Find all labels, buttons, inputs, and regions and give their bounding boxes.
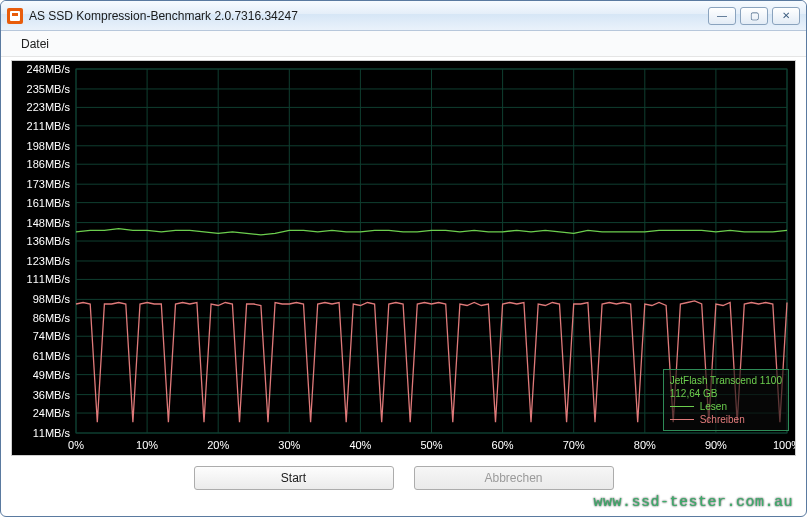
svg-text:20%: 20% (207, 439, 229, 451)
svg-text:111MB/s: 111MB/s (27, 273, 71, 285)
svg-text:10%: 10% (136, 439, 158, 451)
svg-text:100%: 100% (773, 439, 795, 451)
titlebar: AS SSD Kompression-Benchmark 2.0.7316.34… (1, 1, 806, 31)
svg-text:90%: 90% (705, 439, 727, 451)
svg-text:40%: 40% (349, 439, 371, 451)
svg-text:223MB/s: 223MB/s (27, 101, 71, 113)
watermark: www.ssd-tester.com.au (593, 494, 793, 511)
svg-text:30%: 30% (278, 439, 300, 451)
app-icon (7, 8, 23, 24)
svg-text:24MB/s: 24MB/s (33, 407, 71, 419)
svg-text:61MB/s: 61MB/s (33, 350, 71, 362)
svg-text:173MB/s: 173MB/s (27, 178, 71, 190)
svg-text:11MB/s: 11MB/s (33, 427, 71, 439)
menubar: Datei (1, 31, 806, 57)
svg-text:198MB/s: 198MB/s (27, 140, 71, 152)
cancel-button[interactable]: Abbrechen (414, 466, 614, 490)
legend-capacity: 112,64 GB (670, 387, 782, 400)
legend-read-label: Lesen (700, 400, 727, 413)
menu-file[interactable]: Datei (13, 33, 57, 55)
svg-text:136MB/s: 136MB/s (27, 235, 71, 247)
legend-swatch-write (670, 419, 694, 420)
svg-text:70%: 70% (563, 439, 585, 451)
svg-text:235MB/s: 235MB/s (27, 83, 71, 95)
window-title: AS SSD Kompression-Benchmark 2.0.7316.34… (29, 9, 708, 23)
svg-text:248MB/s: 248MB/s (27, 63, 71, 75)
svg-text:80%: 80% (634, 439, 656, 451)
maximize-button[interactable]: ▢ (740, 7, 768, 25)
close-button[interactable]: ✕ (772, 7, 800, 25)
svg-text:49MB/s: 49MB/s (33, 369, 71, 381)
svg-text:86MB/s: 86MB/s (33, 312, 71, 324)
legend: JetFlash Transcend 1100 112,64 GB Lesen … (663, 369, 789, 431)
legend-device: JetFlash Transcend 1100 (670, 374, 782, 387)
svg-text:50%: 50% (420, 439, 442, 451)
minimize-button[interactable]: — (708, 7, 736, 25)
compression-chart: 11MB/s24MB/s36MB/s49MB/s61MB/s74MB/s86MB… (12, 61, 795, 455)
svg-text:148MB/s: 148MB/s (27, 217, 71, 229)
start-button[interactable]: Start (194, 466, 394, 490)
svg-text:0%: 0% (68, 439, 84, 451)
svg-rect-2 (12, 13, 18, 16)
svg-text:98MB/s: 98MB/s (33, 293, 71, 305)
svg-text:186MB/s: 186MB/s (27, 158, 71, 170)
svg-text:123MB/s: 123MB/s (27, 255, 71, 267)
svg-text:60%: 60% (492, 439, 514, 451)
svg-text:74MB/s: 74MB/s (33, 330, 71, 342)
chart-frame: 11MB/s24MB/s36MB/s49MB/s61MB/s74MB/s86MB… (11, 60, 796, 456)
svg-text:36MB/s: 36MB/s (33, 389, 71, 401)
legend-write-label: Schreiben (700, 413, 745, 426)
legend-swatch-read (670, 406, 694, 407)
svg-text:161MB/s: 161MB/s (27, 197, 71, 209)
svg-text:211MB/s: 211MB/s (27, 120, 71, 132)
